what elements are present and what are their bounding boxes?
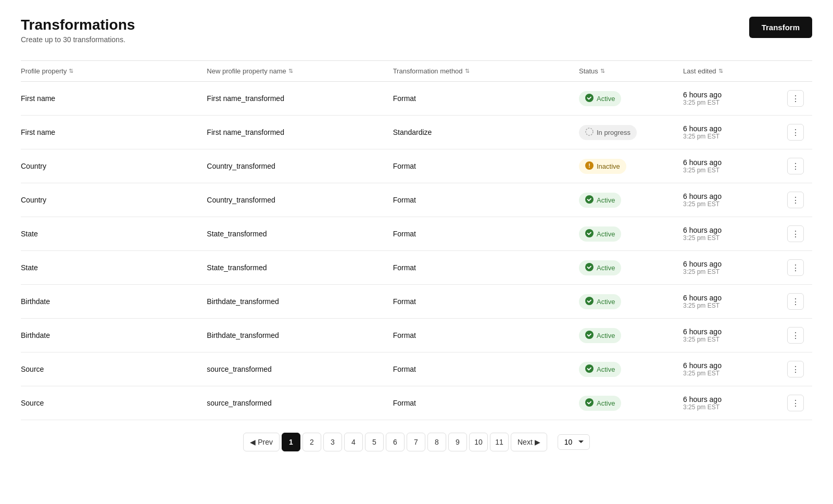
table-row: First name First name_transformed Format… — [21, 82, 812, 116]
cell-last-edited: 6 hours ago 3:25 pm EST — [683, 192, 787, 208]
row-menu-button[interactable]: ⋮ — [787, 192, 804, 208]
cell-new-name: First name_transformed — [207, 94, 393, 103]
cell-new-name: source_transformed — [207, 365, 393, 373]
cell-method: Standardize — [393, 128, 579, 136]
row-menu-button[interactable]: ⋮ — [787, 158, 804, 174]
last-edited-primary: 6 hours ago — [683, 395, 787, 404]
cell-method: Format — [393, 297, 579, 306]
status-badge: Active — [579, 193, 621, 208]
cell-profile-property: Birthdate — [21, 331, 207, 339]
row-menu-button[interactable]: ⋮ — [787, 361, 804, 377]
prev-button[interactable]: ◀ Prev — [243, 433, 280, 451]
cell-new-name: Country_transformed — [207, 162, 393, 170]
cell-status: Active — [579, 226, 683, 242]
status-icon — [585, 364, 594, 374]
row-menu-button[interactable]: ⋮ — [787, 293, 804, 310]
status-badge: Active — [579, 396, 621, 411]
svg-point-4 — [585, 195, 594, 204]
col-actions — [787, 67, 812, 75]
row-menu-button[interactable]: ⋮ — [787, 327, 804, 344]
row-menu-button[interactable]: ⋮ — [787, 90, 804, 107]
svg-point-8 — [585, 331, 594, 339]
transform-button[interactable]: Transform — [749, 17, 812, 38]
cell-status: Active — [579, 294, 683, 309]
sort-icon-status: ⇅ — [600, 68, 605, 74]
page-buttons: 1234567891011 — [282, 433, 509, 451]
cell-menu: ⋮ — [787, 192, 812, 208]
page-button-9[interactable]: 9 — [448, 433, 467, 451]
sort-icon-edited: ⇅ — [718, 68, 723, 74]
col-last-edited[interactable]: Last edited ⇅ — [683, 67, 787, 75]
cell-method: Format — [393, 263, 579, 272]
page-button-11[interactable]: 11 — [490, 433, 509, 451]
cell-menu: ⋮ — [787, 225, 812, 242]
cell-profile-property: First name — [21, 128, 207, 136]
sort-icon-profile: ⇅ — [69, 68, 73, 74]
last-edited-secondary: 3:25 pm EST — [683, 370, 787, 377]
next-button[interactable]: Next ▶ — [511, 433, 547, 451]
col-transformation-method[interactable]: Transformation method ⇅ — [393, 67, 579, 75]
cell-method: Format — [393, 399, 579, 407]
last-edited-secondary: 3:25 pm EST — [683, 133, 787, 140]
svg-point-10 — [585, 398, 594, 407]
svg-point-9 — [585, 364, 594, 373]
page-button-10[interactable]: 10 — [469, 433, 488, 451]
row-menu-button[interactable]: ⋮ — [787, 259, 804, 276]
cell-status: Active — [579, 91, 683, 106]
cell-last-edited: 6 hours ago 3:25 pm EST — [683, 158, 787, 174]
page-button-1[interactable]: 1 — [282, 433, 300, 451]
status-badge: Active — [579, 294, 621, 309]
cell-last-edited: 6 hours ago 3:25 pm EST — [683, 361, 787, 377]
cell-menu: ⋮ — [787, 395, 812, 411]
page-button-4[interactable]: 4 — [344, 433, 363, 451]
row-menu-button[interactable]: ⋮ — [787, 124, 804, 141]
cell-last-edited: 6 hours ago 3:25 pm EST — [683, 395, 787, 411]
col-profile-property[interactable]: Profile property ⇅ — [21, 67, 207, 75]
page-button-2[interactable]: 2 — [302, 433, 321, 451]
cell-method: Format — [393, 196, 579, 204]
cell-status: Active — [579, 260, 683, 275]
last-edited-primary: 6 hours ago — [683, 294, 787, 302]
cell-method: Format — [393, 162, 579, 170]
cell-method: Format — [393, 230, 579, 238]
page-button-3[interactable]: 3 — [323, 433, 342, 451]
svg-point-6 — [585, 263, 594, 271]
status-badge: ! Inactive — [579, 159, 626, 174]
table-row: Country Country_transformed Format ! Ina… — [21, 149, 812, 183]
cell-new-name: Birthdate_transformed — [207, 297, 393, 306]
sort-icon-method: ⇅ — [465, 68, 470, 74]
page-button-5[interactable]: 5 — [365, 433, 384, 451]
table-row: First name First name_transformed Standa… — [21, 116, 812, 149]
last-edited-primary: 6 hours ago — [683, 260, 787, 268]
page-button-6[interactable]: 6 — [386, 433, 405, 451]
cell-profile-property: First name — [21, 94, 207, 103]
cell-new-name: State_transformed — [207, 263, 393, 272]
status-icon — [585, 195, 594, 205]
last-edited-primary: 6 hours ago — [683, 158, 787, 167]
cell-profile-property: State — [21, 230, 207, 238]
col-status[interactable]: Status ⇅ — [579, 67, 683, 75]
cell-status: Active — [579, 362, 683, 377]
status-badge: Active — [579, 362, 621, 377]
status-icon — [585, 398, 594, 408]
col-new-profile-name[interactable]: New profile property name ⇅ — [207, 67, 393, 75]
status-label: Active — [597, 332, 615, 339]
last-edited-primary: 6 hours ago — [683, 124, 787, 133]
per-page-select[interactable]: 10 20 50 — [558, 434, 590, 450]
cell-method: Format — [393, 94, 579, 103]
status-badge: Active — [579, 91, 621, 106]
last-edited-secondary: 3:25 pm EST — [683, 234, 787, 242]
cell-last-edited: 6 hours ago 3:25 pm EST — [683, 327, 787, 343]
status-label: Active — [597, 264, 615, 272]
page-container: Transformations Create up to 30 transfor… — [0, 0, 833, 481]
last-edited-secondary: 3:25 pm EST — [683, 404, 787, 411]
status-badge: Active — [579, 328, 621, 343]
page-button-8[interactable]: 8 — [427, 433, 446, 451]
page-button-7[interactable]: 7 — [407, 433, 425, 451]
status-label: Active — [597, 196, 615, 204]
last-edited-primary: 6 hours ago — [683, 192, 787, 200]
cell-status: ! Inactive — [579, 159, 683, 174]
row-menu-button[interactable]: ⋮ — [787, 225, 804, 242]
svg-point-0 — [585, 94, 594, 102]
row-menu-button[interactable]: ⋮ — [787, 395, 804, 411]
